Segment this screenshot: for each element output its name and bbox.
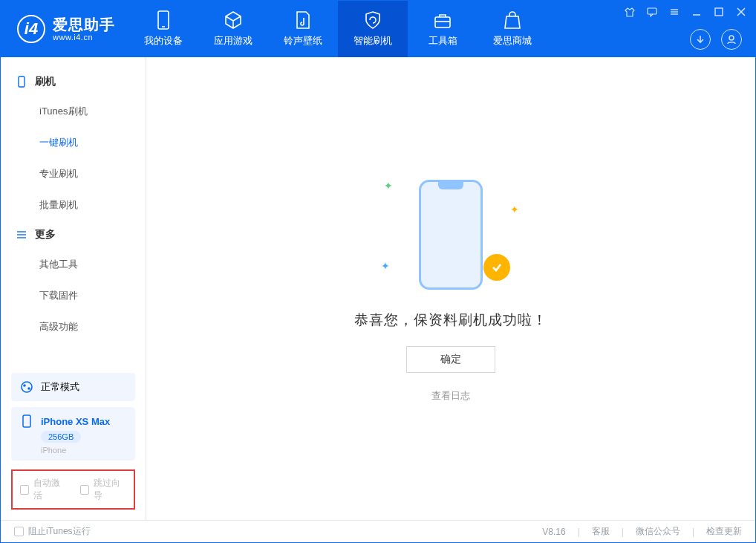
auto-activate-checkbox[interactable]: 自动激活: [20, 477, 67, 502]
svg-point-19: [27, 387, 30, 390]
sparkle-icon: ✦: [381, 260, 390, 272]
svg-rect-2: [435, 17, 450, 27]
nav-tab-label: 爱思商城: [493, 34, 532, 48]
device-card[interactable]: iPhone XS Max 256GB iPhone: [11, 407, 135, 461]
sidebar: 刷机 iTunes刷机 一键刷机 专业刷机 批量刷机 更多 其他工具 下载固件 …: [1, 57, 146, 520]
mode-card[interactable]: 正常模式: [11, 373, 135, 401]
sidebar-item-batch-flash[interactable]: 批量刷机: [1, 189, 146, 221]
device-storage-badge: 256GB: [41, 431, 81, 443]
svg-rect-13: [19, 77, 25, 87]
view-log-link[interactable]: 查看日志: [431, 389, 470, 403]
device-panel: 正常模式 iPhone XS Max 256GB iPhone: [1, 373, 146, 469]
download-icon[interactable]: [690, 29, 711, 50]
sidebar-item-oneclick-flash[interactable]: 一键刷机: [1, 127, 146, 158]
svg-rect-4: [648, 8, 656, 14]
skin-icon[interactable]: [623, 5, 636, 19]
block-itunes-checkbox[interactable]: 阻止iTunes运行: [14, 525, 91, 538]
header-action-icons: [690, 29, 742, 50]
success-message: 恭喜您，保资料刷机成功啦！: [354, 310, 547, 330]
device-subtype: iPhone: [41, 446, 66, 455]
nav-tab-flash[interactable]: 智能刷机: [338, 1, 408, 57]
skip-guide-checkbox[interactable]: 跳过向导: [80, 477, 127, 502]
sidebar-item-other-tools[interactable]: 其他工具: [1, 249, 146, 280]
list-icon: [16, 229, 27, 241]
sidebar-item-advanced[interactable]: 高级功能: [1, 311, 146, 342]
phone-icon: [156, 10, 171, 30]
nav-tab-label: 应用游戏: [214, 34, 252, 48]
sidebar-group-flash: 刷机: [1, 68, 146, 96]
version-label: V8.16: [542, 527, 565, 537]
app-name-cn: 爱思助手: [53, 16, 115, 33]
svg-rect-20: [23, 415, 30, 427]
support-link[interactable]: 客服: [592, 525, 610, 538]
wechat-link[interactable]: 微信公众号: [636, 525, 680, 538]
user-icon[interactable]: [721, 29, 742, 50]
sparkle-icon: ✦: [510, 204, 519, 215]
nav-tab-label: 铃声壁纸: [284, 34, 322, 48]
title-bar: i4 爱思助手 www.i4.cn 我的设备 应用游戏 铃声壁纸 智能刷机 工具…: [1, 1, 755, 57]
cube-icon: [224, 10, 243, 30]
nav-tab-label: 智能刷机: [353, 34, 392, 48]
minimize-button[interactable]: [690, 5, 703, 19]
check-badge-icon: [483, 254, 510, 281]
nav-tab-apps[interactable]: 应用游戏: [198, 1, 268, 57]
check-update-link[interactable]: 检查更新: [706, 525, 742, 538]
nav-tabs: 我的设备 应用游戏 铃声壁纸 智能刷机 工具箱 爱思商城: [128, 1, 547, 57]
menu-icon[interactable]: [668, 5, 681, 19]
svg-point-12: [729, 36, 734, 40]
app-name-en: www.i4.cn: [53, 33, 115, 42]
device-name: iPhone XS Max: [41, 416, 110, 427]
sparkle-icon: ✦: [384, 180, 393, 192]
sidebar-item-download-firmware[interactable]: 下载固件: [1, 280, 146, 311]
logo-icon: i4: [17, 15, 45, 43]
nav-tab-label: 我的设备: [144, 34, 183, 48]
sidebar-item-itunes-flash[interactable]: iTunes刷机: [1, 96, 146, 127]
main-content: ✦ ✦ ✦ 恭喜您，保资料刷机成功啦！ 确定 查看日志: [146, 57, 755, 520]
status-bar: 阻止iTunes运行 V8.16 | 客服 | 微信公众号 | 检查更新: [1, 520, 755, 542]
flash-options-row: 自动激活 跳过向导: [11, 469, 135, 510]
close-button[interactable]: [734, 5, 748, 19]
mode-label: 正常模式: [41, 380, 79, 394]
sidebar-group-more: 更多: [1, 221, 146, 249]
window-controls: [623, 5, 748, 19]
bag-icon: [504, 10, 521, 30]
feedback-icon[interactable]: [645, 5, 659, 19]
nav-tab-toolbox[interactable]: 工具箱: [408, 1, 478, 57]
device-phone-icon: [20, 414, 33, 428]
nav-tab-device[interactable]: 我的设备: [128, 1, 198, 57]
device-icon: [16, 76, 27, 88]
nav-tab-store[interactable]: 爱思商城: [478, 1, 547, 57]
app-logo: i4 爱思助手 www.i4.cn: [1, 1, 128, 57]
music-file-icon: [295, 10, 311, 30]
sidebar-group-title: 更多: [35, 228, 56, 241]
svg-rect-9: [715, 8, 723, 16]
nav-tab-ringtone[interactable]: 铃声壁纸: [268, 1, 338, 57]
mode-icon: [20, 380, 33, 394]
ok-button[interactable]: 确定: [406, 346, 495, 373]
svg-point-17: [22, 382, 32, 392]
svg-point-18: [23, 384, 26, 387]
phone-illustration: [419, 180, 483, 290]
toolbox-icon: [433, 10, 452, 30]
success-illustration: ✦ ✦ ✦: [399, 175, 503, 294]
sidebar-item-pro-flash[interactable]: 专业刷机: [1, 158, 146, 189]
refresh-shield-icon: [363, 10, 382, 30]
nav-tab-label: 工具箱: [428, 34, 457, 48]
maximize-button[interactable]: [712, 5, 726, 19]
sidebar-group-title: 刷机: [35, 75, 56, 88]
